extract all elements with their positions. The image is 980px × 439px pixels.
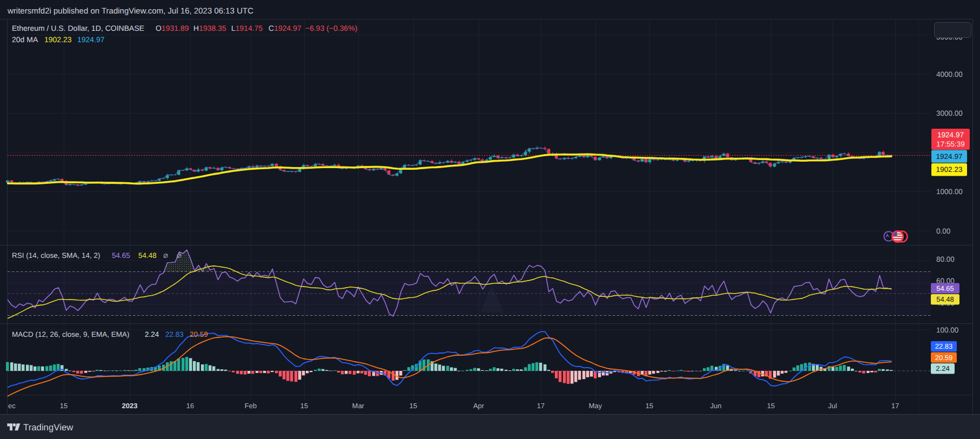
svg-text:May: May — [589, 402, 602, 410]
svg-text:MACD (12, 26, close, 9, EMA, E: MACD (12, 26, close, 9, EMA, EMA)2.2422.… — [12, 330, 208, 338]
svg-text:17: 17 — [537, 402, 545, 410]
svg-text:TradingView: TradingView — [23, 422, 73, 433]
svg-text:2023: 2023 — [122, 402, 138, 410]
svg-text:4000.00: 4000.00 — [936, 70, 963, 78]
svg-text:54.65: 54.65 — [936, 284, 954, 292]
svg-text:1000.00: 1000.00 — [936, 188, 963, 196]
svg-text:ec: ec — [8, 402, 16, 410]
svg-text:1902.23: 1902.23 — [936, 165, 963, 174]
svg-text:1924.97: 1924.97 — [936, 152, 963, 161]
svg-text:Jun: Jun — [710, 402, 722, 410]
svg-text:15: 15 — [300, 402, 308, 410]
svg-text:Feb: Feb — [245, 402, 257, 410]
svg-text:3000.00: 3000.00 — [936, 109, 963, 117]
svg-text:Jul: Jul — [828, 402, 837, 410]
svg-text:100.00: 100.00 — [936, 326, 958, 334]
svg-text:2.24: 2.24 — [936, 364, 949, 373]
svg-text:22.83: 22.83 — [935, 342, 953, 350]
svg-text:15: 15 — [767, 402, 775, 410]
svg-text:writersmfd2i published on Trad: writersmfd2i published on TradingView.co… — [7, 6, 253, 16]
svg-text:Ethereum / U.S. Dollar, 1D, CO: Ethereum / U.S. Dollar, 1D, COINBASEO193… — [12, 24, 358, 32]
svg-text:15: 15 — [646, 402, 653, 410]
svg-text:RSI (14, close, SMA, 14, 2)54.: RSI (14, close, SMA, 14, 2)54.6554.48⌀⌀ — [12, 251, 182, 260]
svg-text:1924.97: 1924.97 — [937, 131, 964, 139]
svg-text:20.59: 20.59 — [935, 354, 953, 362]
svg-text:0.00: 0.00 — [936, 227, 950, 235]
svg-text:54.48: 54.48 — [936, 295, 954, 303]
svg-text:80.00: 80.00 — [936, 255, 955, 263]
svg-text:17:55:39: 17:55:39 — [936, 140, 965, 148]
svg-text:16: 16 — [186, 402, 194, 410]
svg-text:Apr: Apr — [473, 402, 485, 410]
svg-text:Mar: Mar — [352, 402, 365, 410]
svg-text:20d MA1902.231924.97: 20d MA1902.231924.97 — [12, 35, 105, 44]
svg-text:17: 17 — [891, 402, 899, 410]
svg-text:15: 15 — [60, 402, 68, 410]
svg-text:15: 15 — [410, 402, 417, 410]
